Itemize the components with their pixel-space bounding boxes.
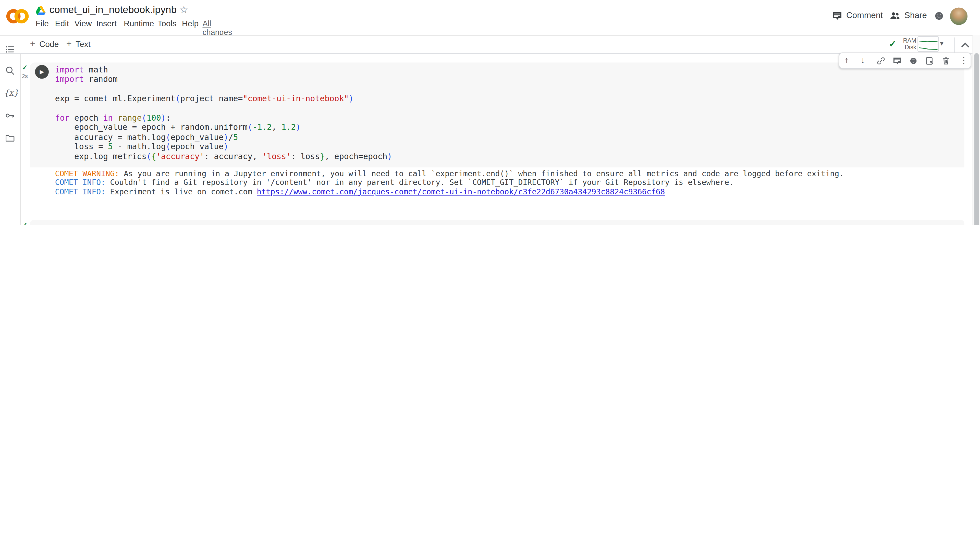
mirror-cell-icon[interactable] (924, 56, 935, 66)
code-line: import math (55, 65, 392, 75)
plus-icon: + (30, 38, 35, 49)
menu-file[interactable]: File (36, 19, 49, 28)
ram-label: RAM (900, 37, 916, 44)
cell-settings-gear-icon[interactable] (908, 56, 919, 66)
code-editor[interactable]: import math import random exp = comet_ml… (55, 65, 392, 161)
menu-tools[interactable]: Tools (158, 19, 177, 28)
comment-icon[interactable] (831, 10, 843, 22)
menu-help[interactable]: Help (182, 19, 199, 28)
ram-usage-sparkline[interactable] (918, 36, 939, 44)
move-cell-down-icon[interactable]: ↓ (861, 55, 865, 65)
run-cell-button[interactable]: ▶ (35, 65, 49, 79)
cell1-exec-time: 2s (22, 73, 28, 79)
user-avatar[interactable] (950, 7, 967, 25)
resources-caret-icon[interactable]: ▾ (940, 39, 943, 48)
cell2-success-check-icon: ✓ (22, 221, 28, 225)
files-folder-icon[interactable] (4, 132, 16, 144)
settings-gear-icon[interactable] (932, 10, 945, 22)
code-line (55, 84, 392, 94)
experiment-url-link[interactable]: https://www.comet.com/jacques-comet/come… (257, 187, 665, 196)
move-cell-up-icon[interactable]: ↑ (845, 55, 849, 65)
share-icon[interactable] (889, 10, 901, 22)
add-code-button[interactable]: Code (39, 39, 59, 49)
code-line: epoch_value = epoch + random.uniform(-1.… (55, 123, 392, 132)
cell-output: COMET WARNING: As you are running in a J… (55, 169, 844, 196)
search-icon[interactable] (4, 65, 16, 76)
code-line: import random (55, 75, 392, 84)
code-line: loss = 5 - math.log(epoch_value) (55, 142, 392, 151)
table-of-contents-icon[interactable] (4, 44, 16, 55)
disk-usage-sparkline[interactable] (918, 44, 939, 52)
notebook-title[interactable]: comet_ui_in_notebook.ipynb (49, 4, 177, 16)
colab-window: comet_ui_in_notebook.ipynb ☆ File Edit V… (0, 0, 980, 225)
page-scrollbar-thumb[interactable] (974, 53, 979, 225)
code-line: for epoch in range(100): (55, 113, 392, 123)
star-icon[interactable]: ☆ (180, 4, 188, 16)
comment-button[interactable]: Comment (846, 11, 883, 20)
code-line: exp.log_metrics({'accuracy': accuracy, '… (55, 151, 392, 161)
divider (955, 38, 955, 52)
cell1-success-check-icon: ✓ (22, 64, 28, 72)
kernel-ok-check-icon: ✓ (889, 38, 897, 49)
share-button[interactable]: Share (904, 11, 927, 20)
disk-label: Disk (900, 44, 916, 51)
menu-view[interactable]: View (74, 19, 92, 28)
code-cell[interactable] (30, 220, 964, 225)
colab-toolbar: + Code + Text ✓ RAM Disk ▾ (0, 35, 980, 54)
cell-toolbar: ↑ ↓ ⋮ (839, 52, 971, 69)
colab-sidebar: {x} <> (0, 54, 21, 225)
colab-header: comet_ui_in_notebook.ipynb ☆ File Edit V… (0, 0, 980, 35)
cell-more-kebab-icon[interactable]: ⋮ (959, 55, 968, 65)
output-line: COMET INFO: Experiment is live on comet.… (55, 187, 844, 196)
add-text-button[interactable]: Text (76, 39, 90, 49)
code-line[interactable]: exp.display() (55, 224, 118, 225)
drive-file-icon (35, 6, 46, 16)
cell2-exec-index: [4] (36, 224, 50, 225)
colab-logo-icon[interactable] (5, 6, 30, 26)
secrets-key-icon[interactable] (4, 110, 16, 121)
code-line: accuracy = math.log(epoch_value)/5 (55, 132, 392, 142)
variables-icon[interactable]: {x} (4, 88, 19, 97)
menu-runtime[interactable]: Runtime (124, 19, 154, 28)
code-line (55, 103, 392, 113)
add-comment-icon[interactable] (892, 56, 903, 66)
menu-insert[interactable]: Insert (96, 19, 117, 28)
copy-link-icon[interactable] (876, 56, 886, 66)
output-line: COMET WARNING: As you are running in a J… (55, 169, 844, 178)
delete-cell-trash-icon[interactable] (941, 56, 951, 66)
output-line: COMET INFO: Couldn't find a Git reposito… (55, 178, 844, 187)
plus-icon: + (66, 38, 72, 49)
code-line: exp = comet_ml.Experiment(project_name="… (55, 94, 392, 103)
menu-edit[interactable]: Edit (55, 19, 69, 28)
play-icon: ▶ (40, 68, 44, 75)
collapse-header-icon[interactable] (961, 43, 969, 51)
